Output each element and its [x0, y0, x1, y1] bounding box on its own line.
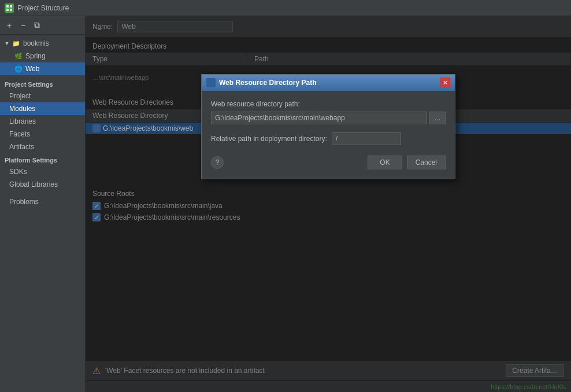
svg-rect-3 — [10, 9, 12, 11]
main-container: + − ⧉ ▼ 📁 bookmis 🌿 Spring 🌐 Web Project… — [0, 16, 571, 392]
dialog-path-label: Web resource directory path: — [211, 100, 446, 108]
sidebar-item-problems[interactable]: Problems — [0, 195, 85, 208]
sidebar-item-project[interactable]: Project — [0, 90, 85, 102]
dialog-relative-row: Relative path in deployment directory: — [211, 131, 446, 146]
svg-rect-2 — [6, 9, 9, 11]
sidebar-toolbar: + − ⧉ — [0, 16, 85, 35]
title-bar-icon — [5, 3, 14, 13]
svg-rect-0 — [6, 5, 9, 8]
tree-label-spring: Spring — [25, 52, 46, 60]
sidebar-item-modules[interactable]: Modules — [0, 102, 85, 115]
dialog-path-input[interactable] — [211, 112, 427, 124]
tree-label-bookmis: bookmis — [23, 39, 49, 47]
dialog-browse-button[interactable]: ... — [429, 112, 446, 124]
dialog-path-row: ... — [211, 112, 446, 124]
dialog-title-bar: Web Resource Directory Path ✕ — [202, 75, 455, 91]
dialog-body: Web resource directory path: ... Relativ… — [202, 91, 455, 179]
add-button[interactable]: + — [3, 20, 15, 31]
dialog-help-button[interactable]: ? — [211, 156, 224, 169]
dialog-overlay: Web Resource Directory Path ✕ Web resour… — [86, 16, 571, 392]
sidebar-item-artifacts[interactable]: Artifacts — [0, 140, 85, 153]
sidebar-item-libraries[interactable]: Libraries — [0, 115, 85, 128]
dialog-ok-cancel-group: OK Cancel — [368, 156, 446, 169]
tree-item-web[interactable]: 🌐 Web — [0, 62, 85, 75]
dialog-relative-input[interactable] — [332, 132, 401, 145]
dialog-buttons-row: ? OK Cancel — [211, 156, 446, 169]
content-area: Name: Deployment Descriptors Type Path …… — [86, 16, 571, 392]
remove-button[interactable]: − — [17, 20, 29, 31]
sidebar: + − ⧉ ▼ 📁 bookmis 🌿 Spring 🌐 Web Project… — [0, 16, 86, 392]
dialog-title-icon — [206, 78, 216, 87]
dialog-relative-label: Relative path in deployment directory: — [211, 131, 327, 146]
platform-settings-header: Platform Settings — [0, 153, 85, 165]
sidebar-item-sdks[interactable]: SDKs — [0, 165, 85, 178]
sidebar-item-facets[interactable]: Facets — [0, 128, 85, 140]
web-resource-dialog: Web Resource Directory Path ✕ Web resour… — [201, 74, 455, 179]
folder-icon: 📁 — [12, 39, 21, 48]
project-settings-header: Project Settings — [0, 77, 85, 90]
dialog-ok-button[interactable]: OK — [368, 156, 402, 169]
web-icon: 🌐 — [14, 64, 23, 73]
svg-rect-1 — [10, 5, 12, 8]
copy-button[interactable]: ⧉ — [31, 20, 43, 31]
sidebar-item-global-libraries[interactable]: Global Libraries — [0, 178, 85, 191]
module-tree: ▼ 📁 bookmis 🌿 Spring 🌐 Web — [0, 35, 85, 77]
expand-arrow: ▼ — [3, 40, 10, 47]
dialog-title-text: Web Resource Directory Path — [219, 79, 440, 87]
dialog-cancel-button[interactable]: Cancel — [407, 156, 446, 169]
window-title: Project Structure — [17, 4, 69, 12]
spring-icon: 🌿 — [14, 51, 23, 61]
dialog-close-button[interactable]: ✕ — [440, 77, 450, 88]
tree-item-bookmis[interactable]: ▼ 📁 bookmis — [0, 37, 85, 50]
tree-item-spring[interactable]: 🌿 Spring — [0, 50, 85, 62]
tree-label-web: Web — [25, 65, 39, 73]
title-bar: Project Structure — [0, 0, 571, 16]
